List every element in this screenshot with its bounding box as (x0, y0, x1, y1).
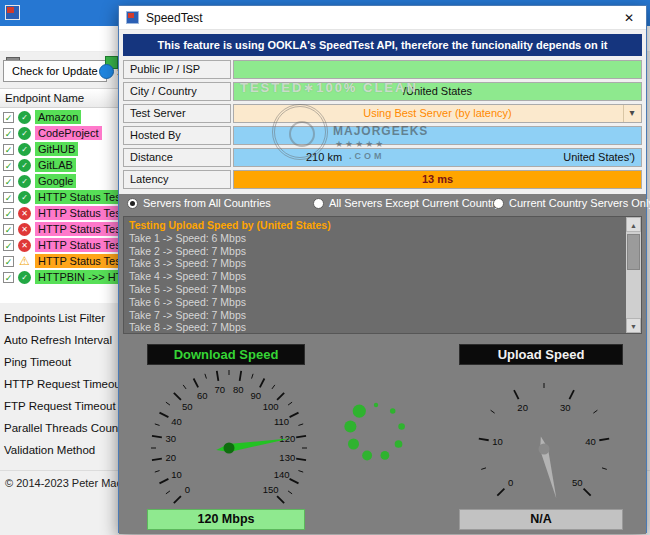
log-line: Take 8 -> Speed: 7 Mbps (129, 321, 623, 334)
log-scrollbar[interactable]: ▲ ▼ (626, 217, 641, 333)
scroll-up-icon[interactable]: ▲ (626, 217, 641, 232)
status-error-icon: ✕ (18, 207, 31, 220)
info-fields: Public IP / ISPCity / Country/United Sta… (123, 60, 642, 192)
endpoint-checkbox[interactable]: ✓ (3, 160, 14, 171)
field-label-latency[interactable]: Latency (123, 170, 231, 189)
settings-label-ftp-request-timeout: FTP Request Timeout (4, 400, 124, 422)
scrollbar-thumb[interactable] (627, 234, 640, 270)
svg-text:80: 80 (233, 384, 244, 395)
dialog-title: SpeedTest (146, 11, 203, 25)
field-label-city-country[interactable]: City / Country (123, 82, 231, 101)
field-label-public-ip-isp[interactable]: Public IP / ISP (123, 60, 231, 79)
field-value-hosted-by (233, 126, 642, 145)
field-value-latency: 13 ms (233, 170, 642, 189)
endpoint-checkbox[interactable]: ✓ (3, 208, 14, 219)
svg-text:40: 40 (171, 416, 182, 427)
speedtest-tool-icon[interactable] (99, 64, 114, 79)
svg-text:30: 30 (560, 402, 571, 413)
screen: Endpoint Status Checker Check for Update… (0, 0, 650, 535)
radio-circle[interactable] (493, 198, 504, 209)
svg-text:150: 150 (263, 484, 279, 495)
svg-text:70: 70 (214, 384, 225, 395)
endpoint-label: Amazon (35, 110, 81, 124)
log-line: Take 4 -> Speed: 7 Mbps (129, 270, 623, 283)
svg-text:110: 110 (274, 416, 289, 427)
status-ok-icon: ✓ (18, 175, 31, 188)
endpoint-checkbox[interactable]: ✓ (3, 256, 14, 267)
settings-labels: Endpoints List FilterAuto Refresh Interv… (4, 312, 124, 466)
svg-text:130: 130 (279, 452, 295, 463)
close-icon[interactable]: ✕ (614, 7, 644, 29)
endpoint-label: GitHUB (35, 142, 78, 156)
endpoint-label: Google (35, 174, 76, 188)
upload-speed-header: Upload Speed (459, 344, 623, 365)
field-label-hosted-by[interactable]: Hosted By (123, 126, 231, 145)
endpoint-label: GitLAB (35, 158, 76, 172)
field-value-public-ip-isp (233, 60, 642, 79)
svg-text:20: 20 (165, 452, 176, 463)
scroll-down-icon[interactable]: ▼ (626, 318, 641, 333)
log-line: Take 5 -> Speed: 7 Mbps (129, 283, 623, 296)
distance-value: 210 km (306, 149, 342, 165)
svg-text:10: 10 (171, 469, 182, 480)
dialog-titlebar[interactable]: SpeedTest ✕ (119, 6, 646, 30)
status-error-icon: ✕ (18, 223, 31, 236)
endpoint-label: HTTP Status Test (35, 254, 127, 268)
settings-label-http-request-timeout: HTTP Request Timeout (4, 378, 124, 400)
dropdown-arrow-icon[interactable]: ▾ (623, 105, 640, 122)
field-row-latency: Latency13 ms (123, 170, 642, 189)
status-ok-icon: ✓ (18, 159, 31, 172)
radio-circle[interactable] (127, 198, 138, 209)
settings-label-auto-refresh-interval: Auto Refresh Interval (4, 334, 124, 356)
endpoint-label: CodeProject (35, 126, 102, 140)
status-ok-icon: ✓ (18, 127, 31, 140)
radio-all-servers-except-current-country[interactable]: All Servers Except Current Country (313, 197, 500, 209)
endpoint-checkbox[interactable]: ✓ (3, 192, 14, 203)
speedtest-window-icon (126, 11, 139, 24)
endpoint-checkbox[interactable]: ✓ (3, 128, 14, 139)
status-ok-icon: ✓ (18, 271, 31, 284)
field-row-distance: Distance210 kmUnited States') (123, 148, 642, 167)
svg-text:60: 60 (197, 390, 208, 401)
upload-speed-gauge: 01020304050 (469, 374, 619, 524)
check-for-update-button[interactable]: Check for Update (3, 60, 107, 82)
endpoint-checkbox[interactable]: ✓ (3, 176, 14, 187)
radio-current-country-servers-only[interactable]: Current Country Servers Only (493, 197, 650, 209)
radio-label: Current Country Servers Only (509, 197, 650, 209)
settings-label-validation-method: Validation Method (4, 444, 124, 466)
field-row-city-country: City / Country/United States (123, 82, 642, 101)
endpoint-checkbox[interactable]: ✓ (3, 272, 14, 283)
log-line: Take 2 -> Speed: 7 Mbps (129, 245, 623, 258)
server-filter-radios: Servers from All CountriesAll Servers Ex… (127, 197, 642, 213)
radio-label: Servers from All Countries (143, 197, 271, 209)
api-banner: This feature is using OOKLA's SpeedTest … (123, 34, 642, 56)
status-ok-icon: ✓ (18, 143, 31, 156)
endpoint-label: HTTP Status Test (35, 222, 127, 236)
svg-text:30: 30 (165, 433, 176, 444)
endpoint-label: HTTP Status Tes (35, 206, 124, 220)
svg-text:10: 10 (492, 436, 503, 447)
field-label-distance[interactable]: Distance (123, 148, 231, 167)
status-ok-icon: ✓ (18, 191, 31, 204)
field-value-distance: 210 kmUnited States') (233, 148, 642, 167)
svg-text:50: 50 (182, 401, 193, 412)
loading-spinner-icon (338, 393, 414, 469)
download-result-box: 120 Mbps (147, 509, 305, 530)
endpoint-checkbox[interactable]: ✓ (3, 144, 14, 155)
field-value-test-server[interactable]: Using Best Server (by latency)▾ (233, 104, 642, 123)
field-row-public-ip-isp: Public IP / ISP (123, 60, 642, 79)
speed-log-box[interactable]: Testing Upload Speed by (United States)T… (123, 216, 642, 334)
radio-circle[interactable] (313, 198, 324, 209)
endpoint-checkbox[interactable]: ✓ (3, 240, 14, 251)
endpoint-checkbox[interactable]: ✓ (3, 112, 14, 123)
field-label-test-server[interactable]: Test Server (123, 104, 231, 123)
settings-label-endpoints-list-filter: Endpoints List Filter (4, 312, 124, 334)
log-line: Testing Upload Speed by (United States) (129, 219, 623, 232)
settings-label-ping-timeout: Ping Timeout (4, 356, 124, 378)
svg-text:100: 100 (263, 401, 279, 412)
upload-result-box: N/A (459, 509, 623, 530)
svg-text:0: 0 (185, 484, 190, 495)
radio-label: All Servers Except Current Country (329, 197, 500, 209)
endpoint-checkbox[interactable]: ✓ (3, 224, 14, 235)
radio-servers-from-all-countries[interactable]: Servers from All Countries (127, 197, 271, 209)
